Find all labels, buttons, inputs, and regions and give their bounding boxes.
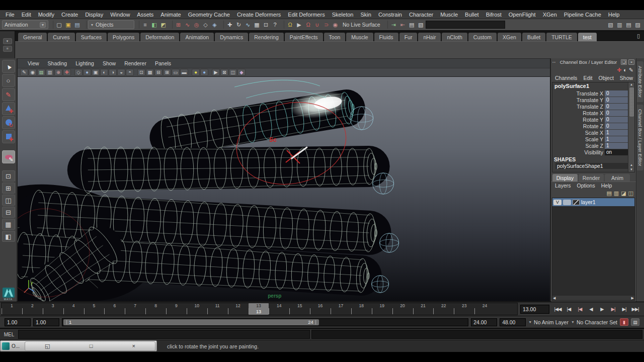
- new-scene-icon[interactable]: ▢: [55, 21, 63, 29]
- status-divider[interactable]: [384, 21, 388, 29]
- select-hierarchy-icon[interactable]: ≡: [141, 21, 149, 29]
- selection-highlight-icon[interactable]: ▶: [212, 69, 220, 76]
- menu-item-modify[interactable]: Modify: [35, 12, 58, 18]
- viewport-canvas-area[interactable]: y Sc persp: [18, 77, 550, 301]
- grease-pencil-icon[interactable]: ✎: [20, 69, 28, 76]
- timeline-frame-22[interactable]: 22: [433, 303, 454, 315]
- single-pane-layout[interactable]: ⊡: [2, 170, 15, 182]
- snap-magnet-surfaces-icon[interactable]: ⊃: [322, 21, 331, 29]
- timeline-frame-17[interactable]: 17: [331, 303, 351, 315]
- status-divider[interactable]: [50, 21, 53, 29]
- play-forwards-button[interactable]: ▶: [597, 305, 607, 314]
- selection-mask-dropdown[interactable]: ▾ Objects: [88, 20, 134, 29]
- close-window-icon[interactable]: ×: [132, 343, 135, 349]
- timeline-frame-19[interactable]: 19: [372, 303, 392, 315]
- timeline-frame-5[interactable]: 5: [84, 303, 105, 315]
- shelf-tab-custom[interactable]: Custom: [468, 33, 497, 41]
- shelf-tab-turtle[interactable]: TURTLE: [546, 33, 577, 41]
- layer-editor-tab-render[interactable]: Render: [579, 174, 604, 182]
- shelf-item-menu-icon[interactable]: ≡: [3, 46, 12, 52]
- restore-window-icon[interactable]: ◱: [45, 343, 50, 349]
- timeline-frame-13[interactable]: 1313: [249, 303, 269, 315]
- snap-magnet-points-icon[interactable]: ∪: [313, 21, 321, 29]
- multi-pane-icon[interactable]: ◫: [229, 69, 237, 76]
- maya-logo-icon[interactable]: MAYA: [2, 288, 16, 301]
- menu-item-bullet[interactable]: Bullet: [461, 12, 482, 18]
- channel-value-field[interactable]: 0: [605, 104, 628, 110]
- camera-attributes-icon[interactable]: ◉: [29, 69, 37, 76]
- timeline-frame-9[interactable]: 9: [166, 303, 187, 315]
- play-backwards-button[interactable]: ◀: [586, 305, 596, 314]
- channel-box-menu-object[interactable]: Object: [595, 75, 616, 81]
- menu-item-skeleton[interactable]: Skeleton: [329, 12, 357, 18]
- timeline-frame-3[interactable]: 3: [43, 303, 63, 315]
- playback-end-field[interactable]: [471, 318, 497, 326]
- lattice-edit-icon[interactable]: ▦: [253, 21, 261, 29]
- sidebar-tab-channel-box-layer-editor[interactable]: Channel Box / Layer Editor: [637, 105, 643, 171]
- lasso-select-tool[interactable]: ○: [2, 74, 15, 87]
- menu-item-create[interactable]: Create: [58, 12, 82, 18]
- snap-magnet-live-icon[interactable]: ◉: [331, 21, 340, 29]
- select-by-object-icon[interactable]: ◧: [150, 21, 158, 29]
- character-set-dropdown[interactable]: ▼ No Character Set: [571, 319, 617, 325]
- shelf-tab-polygons[interactable]: Polygons: [108, 33, 139, 41]
- panel-menu-panels[interactable]: Panels: [151, 60, 175, 66]
- animation-end-field[interactable]: [500, 318, 526, 326]
- joint-xray-icon[interactable]: ✚: [63, 69, 71, 76]
- command-input[interactable]: [18, 330, 310, 339]
- time-slider[interactable]: 1234567891011121313141516171819202122232…: [1, 303, 518, 315]
- snap-to-point-icon[interactable]: ◎: [192, 21, 201, 29]
- snap-magnet-curves-icon[interactable]: Ω: [304, 21, 312, 29]
- menu-item-muscle[interactable]: Muscle: [437, 12, 461, 18]
- layer-menu-help[interactable]: Help: [598, 183, 615, 189]
- hyperbolic-spread-icon[interactable]: ✎: [629, 67, 633, 73]
- timeline-frame-20[interactable]: 20: [392, 303, 413, 315]
- layer-menu-options[interactable]: Options: [574, 183, 598, 189]
- channel-value-field[interactable]: 0: [605, 123, 628, 129]
- channel-value-field[interactable]: 0: [605, 117, 628, 123]
- timeline-frame-15[interactable]: 15: [289, 303, 310, 315]
- open-attribute-editor-icon[interactable]: ▥: [615, 21, 624, 29]
- safe-title-icon[interactable]: ⊞: [163, 69, 171, 76]
- move-tool[interactable]: ✚: [2, 102, 15, 115]
- scroll-right-icon[interactable]: ▶: [631, 296, 634, 300]
- shelf-tab-rendering[interactable]: Rendering: [249, 33, 283, 41]
- channel-value-field[interactable]: 0: [605, 90, 628, 97]
- make-live-icon[interactable]: ◈: [210, 21, 219, 29]
- default-light-icon[interactable]: ●: [192, 69, 200, 76]
- layer-visibility-toggle[interactable]: V: [553, 200, 561, 205]
- timeline-frame-24[interactable]: 24: [474, 303, 495, 315]
- range-slider-bar[interactable]: 1 24: [63, 319, 319, 325]
- shelf-tab-muscle[interactable]: Muscle: [346, 33, 373, 41]
- shelf-tab-curves[interactable]: Curves: [48, 33, 74, 41]
- rotate-constraint-icon[interactable]: ↻: [234, 21, 243, 29]
- layer-menu-layers[interactable]: Layers: [552, 183, 574, 189]
- persp-uv-layout[interactable]: ◧: [2, 231, 15, 242]
- persp-graph-layout[interactable]: ⊟: [2, 207, 15, 218]
- layer-editor-tab-anim[interactable]: Anim: [605, 174, 630, 182]
- gate-mask-icon[interactable]: ▬: [180, 69, 188, 76]
- timeline-frame-4[interactable]: 4: [63, 303, 84, 315]
- show-manipulator-icon[interactable]: ▧: [606, 21, 615, 29]
- mesh-edit-icon[interactable]: ⊡: [262, 21, 270, 29]
- create-layer-from-selected-icon[interactable]: ◫: [628, 190, 633, 197]
- playback-start-field[interactable]: [33, 318, 59, 326]
- range-start-handle[interactable]: [66, 320, 67, 325]
- panel-grip[interactable]: ▪▪: [552, 60, 556, 64]
- scale-tool[interactable]: ✚: [2, 130, 15, 143]
- menu-item-skin[interactable]: Skin: [357, 12, 374, 18]
- panel-menu-view[interactable]: View: [24, 60, 43, 66]
- channel-box-menu-edit[interactable]: Edit: [580, 75, 595, 81]
- menu-item-pipeline-cache[interactable]: Pipeline Cache: [560, 12, 605, 18]
- save-scene-icon[interactable]: ▤: [73, 21, 82, 29]
- shelf-tab-toon[interactable]: Toon: [324, 33, 346, 41]
- menu-set-dropdown[interactable]: Animation ▾: [2, 20, 48, 29]
- smooth-shade-mode-icon[interactable]: ●: [83, 69, 91, 76]
- output-connections-icon[interactable]: ⇤: [398, 21, 407, 29]
- menu-item-help[interactable]: Help: [605, 12, 623, 18]
- menu-item-display[interactable]: Display: [82, 12, 107, 18]
- help-whats-this-icon[interactable]: ?: [271, 21, 279, 29]
- shelf-tab-dynamics[interactable]: Dynamics: [215, 33, 248, 41]
- scroll-down-icon[interactable]: ▼: [630, 167, 633, 172]
- timeline-frame-12[interactable]: 12: [228, 303, 249, 315]
